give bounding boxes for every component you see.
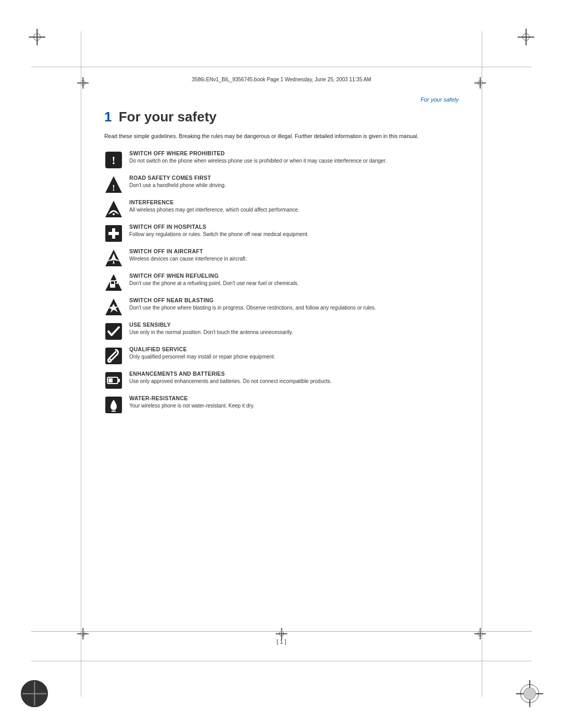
crosshair-bottom-center	[276, 628, 287, 639]
svg-rect-8	[108, 232, 119, 235]
icon-road: !	[104, 175, 123, 194]
icon-water	[104, 396, 123, 414]
safety-text-batteries: ENHANCEMENTS AND BATTERIES Use only appr…	[129, 371, 459, 386]
content-area: For your safety 1 For your safety Read t…	[104, 96, 459, 624]
icon-sensibly	[104, 322, 123, 341]
icon-prohibited: !	[104, 151, 123, 169]
safety-item-aircraft: SWITCH OFF IN AIRCRAFT Wireless devices …	[104, 248, 459, 267]
safety-item-prohibited: ! SWITCH OFF WHERE PROHIBITED Do not swi…	[104, 150, 459, 169]
safety-items-list: ! SWITCH OFF WHERE PROHIBITED Do not swi…	[104, 150, 459, 414]
bottom-line	[31, 661, 532, 661]
safety-text-sensibly: USE SENSIBLY Use only in the normal posi…	[129, 322, 459, 337]
safety-item-batteries: ENHANCEMENTS AND BATTERIES Use only appr…	[104, 371, 459, 390]
safety-item-road: ! ROAD SAFETY COMES FIRST Don't use a ha…	[104, 175, 459, 194]
safety-text-water: WATER-RESISTANCE Your wireless phone is …	[129, 395, 459, 410]
icon-aircraft	[104, 249, 123, 267]
safety-text-road: ROAD SAFETY COMES FIRST Don't use a hand…	[129, 175, 459, 190]
icon-hospitals	[104, 224, 123, 243]
reg-mark-tl	[29, 29, 45, 45]
icon-refueling	[104, 273, 123, 292]
safety-item-interference: INTERFERENCE All wireless phones may get…	[104, 199, 459, 218]
intro-paragraph: Read these simple guidelines. Breaking t…	[104, 132, 459, 141]
safety-text-prohibited: SWITCH OFF WHERE PROHIBITED Do not switc…	[129, 150, 459, 165]
icon-batteries	[104, 371, 123, 390]
safety-item-refueling: SWITCH OFF WHEN REFUELING Don't use the …	[104, 273, 459, 292]
svg-point-5	[113, 213, 115, 215]
safety-item-blasting: SWITCH OFF NEAR BLASTING Don't use the p…	[104, 297, 459, 316]
crosshair-inner-bl	[77, 628, 89, 639]
safety-item-sensibly: USE SENSIBLY Use only in the normal posi…	[104, 322, 459, 341]
side-line-right	[482, 31, 482, 697]
safety-text-hospitals: SWITCH OFF IN HOSPITALS Follow any regul…	[129, 224, 459, 239]
safety-text-aircraft: SWITCH OFF IN AIRCRAFT Wireless devices …	[129, 248, 459, 263]
icon-service	[104, 347, 123, 365]
top-line	[31, 67, 532, 67]
page: 3586i.ENv1_BIL_9356745.book Page 1 Wedne…	[0, 0, 563, 728]
svg-rect-19	[118, 379, 120, 382]
safety-text-blasting: SWITCH OFF NEAR BLASTING Don't use the p…	[129, 297, 459, 312]
safety-text-interference: INTERFERENCE All wireless phones may get…	[129, 199, 459, 214]
svg-text:!: !	[112, 183, 115, 192]
svg-rect-12	[111, 281, 114, 284]
safety-text-service: QUALIFIED SERVICE Only qualified personn…	[129, 346, 459, 361]
page-number: [ 1 ]	[0, 638, 563, 645]
footer-line	[31, 631, 532, 632]
safety-item-hospitals: SWITCH OFF IN HOSPITALS Follow any regul…	[104, 224, 459, 243]
deco-circle-bl	[21, 680, 48, 707]
safety-text-refueling: SWITCH OFF WHEN REFUELING Don't use the …	[129, 273, 459, 288]
header-file-info: 3586i.ENv1_BIL_9356745.book Page 1 Wedne…	[31, 77, 532, 82]
svg-rect-20	[108, 378, 113, 382]
svg-text:!: !	[112, 154, 115, 167]
reg-mark-tr	[518, 29, 534, 45]
section-header-italic: For your safety	[104, 96, 459, 103]
safety-item-service: QUALIFIED SERVICE Only qualified personn…	[104, 346, 459, 365]
crosshair-inner-br	[474, 628, 486, 639]
icon-blasting	[104, 298, 123, 316]
safety-item-water: WATER-RESISTANCE Your wireless phone is …	[104, 395, 459, 414]
chapter-title: 1 For your safety	[104, 109, 459, 125]
side-line-left	[81, 31, 81, 697]
deco-circle-br	[516, 680, 543, 707]
icon-interference	[104, 200, 123, 218]
